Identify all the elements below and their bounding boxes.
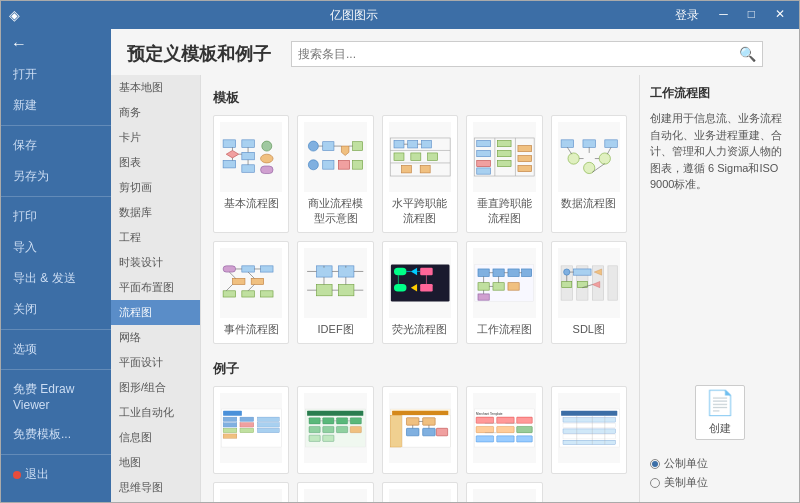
cat-business[interactable]: 商务 — [111, 100, 200, 125]
svg-rect-186 — [563, 418, 615, 422]
close-btn[interactable]: ✕ — [769, 5, 791, 26]
svg-line-57 — [567, 147, 571, 154]
svg-line-59 — [607, 147, 611, 154]
unit-imperial-radio[interactable] — [650, 478, 660, 488]
cat-time-design[interactable]: 时装设计 — [111, 250, 200, 275]
example-card-6[interactable] — [213, 482, 289, 502]
example-thumb-3 — [389, 393, 451, 463]
svg-rect-188 — [563, 429, 615, 433]
cat-info[interactable]: 信息图 — [111, 425, 200, 450]
sidebar-item-exit[interactable]: 退出 — [1, 459, 111, 490]
back-btn[interactable]: ← — [1, 29, 111, 59]
template-label-swimlane-v: 垂直跨职能流程图 — [473, 196, 535, 226]
cat-map[interactable]: 地图 — [111, 450, 200, 475]
svg-point-122 — [563, 269, 569, 275]
svg-rect-92 — [394, 268, 406, 275]
maximize-btn[interactable]: □ — [742, 5, 761, 26]
example-card-4[interactable]: Merchant Template — [466, 386, 542, 474]
svg-rect-180 — [517, 436, 533, 442]
svg-rect-0 — [223, 140, 235, 147]
template-main: 模板 — [201, 75, 639, 502]
template-business-flow[interactable]: 商业流程模型示意图 — [297, 115, 373, 233]
cat-industrial[interactable]: 工业自动化 — [111, 400, 200, 425]
svg-line-74 — [248, 272, 254, 278]
svg-rect-43 — [477, 160, 491, 166]
example-thumb-1 — [220, 393, 282, 463]
sidebar-item-free-templates[interactable]: 免费模板... — [1, 419, 111, 450]
template-data-flow[interactable]: 数据流程图 — [551, 115, 627, 233]
cat-card[interactable]: 卡片 — [111, 125, 200, 150]
example-thumb-4: Merchant Template — [473, 393, 535, 463]
svg-rect-2 — [223, 160, 235, 167]
example-card-8[interactable] — [382, 482, 458, 502]
cat-basic[interactable]: 基本地图 — [111, 75, 200, 100]
template-work-flow[interactable]: 工作流程图 — [466, 241, 542, 344]
template-idef[interactable]: IDEF图 — [297, 241, 373, 344]
cat-netmap[interactable]: 网络图 — [111, 500, 200, 502]
template-basic-flow[interactable]: 基本流程图 — [213, 115, 289, 233]
svg-rect-52 — [583, 140, 595, 147]
search-icon[interactable]: 🔍 — [739, 46, 756, 62]
svg-rect-106 — [522, 269, 532, 276]
category-list: 基本地图 商务 卡片 图表 剪切画 数据库 工程 时装设计 平面布置图 流程图 … — [111, 75, 201, 502]
sidebar-item-save[interactable]: 保存 — [1, 130, 111, 161]
svg-rect-150 — [323, 426, 334, 432]
sidebar-item-new[interactable]: 新建 — [1, 90, 111, 121]
unit-metric-radio[interactable] — [650, 459, 660, 469]
svg-rect-151 — [337, 426, 348, 432]
cat-network[interactable]: 网络 — [111, 325, 200, 350]
example-card-1[interactable] — [213, 386, 289, 474]
sidebar-item-export[interactable]: 导出 & 发送 — [1, 263, 111, 294]
cat-floor-plan[interactable]: 平面布置图 — [111, 275, 200, 300]
sidebar-item-close[interactable]: 关闭 — [1, 294, 111, 325]
template-sdl[interactable]: SDL图 — [551, 241, 627, 344]
sidebar-item-print[interactable]: 打印 — [1, 201, 111, 232]
cat-floor-design[interactable]: 平面设计 — [111, 350, 200, 375]
template-thumb-business-flow — [304, 122, 366, 192]
svg-rect-173 — [497, 417, 514, 423]
sidebar-item-saveas[interactable]: 另存为 — [1, 161, 111, 192]
create-button[interactable]: 📄 创建 — [695, 385, 745, 440]
svg-rect-64 — [242, 266, 254, 272]
example-card-9[interactable] — [466, 482, 542, 502]
svg-rect-104 — [493, 269, 504, 276]
cat-scissors[interactable]: 剪切画 — [111, 175, 200, 200]
sidebar-item-import[interactable]: 导入 — [1, 232, 111, 263]
cat-chart[interactable]: 图表 — [111, 150, 200, 175]
example-card-3[interactable] — [382, 386, 458, 474]
minimize-btn[interactable]: ─ — [713, 5, 734, 26]
svg-rect-48 — [518, 145, 532, 151]
svg-rect-144 — [308, 411, 364, 416]
example-card-7[interactable]: Legend — [297, 482, 373, 502]
search-input[interactable] — [298, 47, 739, 61]
template-thumb-swimlane-h — [389, 122, 451, 192]
sidebar-item-open[interactable]: 打开 — [1, 59, 111, 90]
svg-rect-69 — [242, 291, 254, 297]
svg-rect-133 — [223, 417, 237, 421]
template-highlight[interactable]: 荧光流程图 — [382, 241, 458, 344]
example-card-2[interactable] — [297, 386, 373, 474]
cat-database[interactable]: 数据库 — [111, 200, 200, 225]
svg-rect-67 — [251, 278, 263, 284]
template-event-flow[interactable]: 事件流程图 — [213, 241, 289, 344]
sidebar-item-edraw-viewer[interactable]: 免费 Edraw Viewer — [1, 374, 111, 419]
svg-rect-30 — [421, 140, 431, 147]
cat-engineering[interactable]: 工程 — [111, 225, 200, 250]
cat-shape-combine[interactable]: 图形/组合 — [111, 375, 200, 400]
cat-mindmap[interactable]: 思维导图 — [111, 475, 200, 500]
unit-imperial[interactable]: 美制单位 — [650, 473, 789, 492]
login-btn[interactable]: 登录 — [669, 5, 705, 26]
unit-imperial-label: 美制单位 — [664, 475, 708, 490]
search-input-wrap: 🔍 — [291, 41, 763, 67]
unit-options: 公制单位 美制单位 — [650, 454, 789, 492]
template-swimlane-v[interactable]: 垂直跨职能流程图 — [466, 115, 542, 233]
content-body: 基本地图 商务 卡片 图表 剪切画 数据库 工程 时装设计 平面布置图 流程图 … — [111, 75, 799, 502]
template-swimlane-h[interactable]: 水平跨职能流程图 — [382, 115, 458, 233]
example-card-5[interactable] — [551, 386, 627, 474]
template-thumb-highlight — [389, 248, 451, 318]
cat-flowchart[interactable]: 流程图 — [111, 300, 200, 325]
sidebar-item-options[interactable]: 选项 — [1, 334, 111, 365]
svg-rect-159 — [392, 411, 448, 415]
unit-metric[interactable]: 公制单位 — [650, 454, 789, 473]
svg-rect-65 — [261, 266, 273, 272]
